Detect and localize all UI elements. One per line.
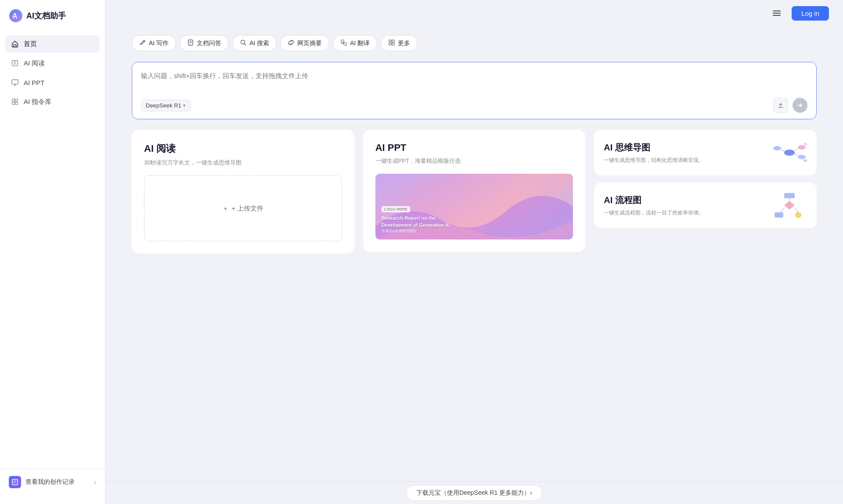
svg-line-39 — [795, 149, 798, 151]
write-icon — [139, 39, 146, 47]
svg-rect-2 — [14, 45, 16, 47]
sidebar-logo: A AI文档助手 — [0, 9, 105, 35]
sidebar-item-ai-read-label: AI 阅读 — [24, 59, 45, 68]
mindmap-content: AI 思维导图 一键生成思维导图，结构化思维清晰呈现。 — [604, 142, 704, 164]
svg-rect-14 — [12, 479, 18, 485]
svg-point-36 — [798, 145, 806, 150]
tab-web-summary-label: 网页摘要 — [297, 39, 322, 47]
footer-label: 查看我的创作记录 — [25, 478, 75, 486]
ppt-gradient-bg: LOGO HERE Research Report on theDevelopm… — [375, 174, 573, 239]
card-ai-mindmap: AI 思维导图 一键生成思维导图，结构化思维清晰呈现。 — [594, 130, 817, 175]
sidebar-item-ai-ppt[interactable]: AI PPT — [5, 74, 100, 91]
presentation-icon — [11, 78, 19, 87]
model-selector[interactable]: DeepSeek R1 ▾ — [141, 100, 191, 111]
flowchart-icon — [772, 192, 807, 218]
sidebar-footer[interactable]: 查看我的创作记录 › — [0, 468, 105, 495]
tab-ai-translate[interactable]: AI 翻译 — [333, 35, 377, 51]
svg-rect-30 — [392, 40, 394, 42]
flowchart-content: AI 流程图 一键生成流程图，流程一目了然效率倍增。 — [604, 194, 704, 217]
right-column: AI 思维导图 一键生成思维导图，结构化思维清晰呈现。 — [594, 130, 817, 228]
home-icon — [11, 39, 19, 48]
svg-line-38 — [781, 150, 784, 151]
ai-read-subtitle: 30秒读完万字长文，一键生成思维导图 — [144, 159, 342, 167]
svg-marker-45 — [784, 201, 795, 210]
send-button[interactable] — [793, 98, 807, 113]
tool-tabs: AI 写作 文档问答 — [132, 35, 817, 51]
svg-line-50 — [795, 208, 798, 212]
sidebar-item-ai-commands[interactable]: AI 指令库 — [5, 93, 100, 111]
ppt-preview-subtitle: 生成式AI发展研究报告 — [382, 229, 567, 233]
svg-rect-29 — [389, 40, 391, 42]
book-icon — [11, 59, 19, 68]
svg-point-37 — [798, 155, 806, 159]
svg-rect-12 — [12, 102, 14, 104]
upload-area[interactable]: ＋ + 上传文件 — [144, 175, 342, 241]
card-ai-flowchart: AI 流程图 一键生成流程图，流程一目了然效率倍增。 — [594, 182, 817, 228]
footer-arrow: › — [94, 479, 96, 486]
tab-ai-translate-label: AI 翻译 — [350, 39, 370, 47]
ai-ppt-title: AI PPT — [375, 142, 573, 154]
sidebar-nav: 首页 AI 阅读 AI PPT — [0, 35, 105, 468]
svg-rect-11 — [15, 99, 18, 101]
svg-rect-13 — [15, 102, 18, 104]
svg-rect-25 — [341, 40, 344, 43]
sidebar-item-ai-ppt-label: AI PPT — [24, 79, 45, 86]
upload-button[interactable] — [773, 98, 788, 113]
ai-read-title: AI 阅读 — [144, 142, 342, 155]
more-icon — [388, 39, 395, 47]
flowchart-icon-container — [772, 192, 807, 218]
svg-point-41 — [803, 143, 807, 145]
flowchart-title: AI 流程图 — [604, 194, 704, 206]
tab-ai-search-label: AI 搜索 — [249, 39, 269, 47]
app-title: AI文档助手 — [26, 11, 66, 21]
download-yuanbao-button[interactable]: 下载元宝（使用DeepSeek R1 更多能力）› — [406, 485, 542, 501]
svg-point-43 — [803, 159, 807, 162]
translate-icon — [340, 39, 347, 47]
ppt-preview[interactable]: LOGO HERE Research Report on theDevelopm… — [375, 174, 573, 239]
flowchart-desc: 一键生成流程图，流程一目了然效率倍增。 — [604, 209, 704, 217]
svg-rect-32 — [392, 43, 394, 45]
svg-rect-46 — [775, 212, 783, 218]
ppt-preview-title: Research Report on theDevelopment of Gen… — [382, 215, 567, 229]
menu-button[interactable] — [769, 5, 785, 21]
card-ai-read: AI 阅读 30秒读完万字长文，一键生成思维导图 ＋ + 上传文件 — [132, 130, 354, 254]
sidebar-item-ai-commands-label: AI 指令库 — [24, 98, 51, 106]
tab-ai-write[interactable]: AI 写作 — [132, 35, 176, 51]
tab-web-summary[interactable]: 网页摘要 — [280, 35, 329, 51]
tab-doc-qa[interactable]: 文档问答 — [180, 35, 229, 51]
svg-rect-26 — [344, 43, 346, 45]
mindmap-desc: 一键生成思维导图，结构化思维清晰呈现。 — [604, 156, 704, 164]
svg-rect-10 — [12, 99, 14, 101]
login-button[interactable]: Log in — [792, 6, 829, 21]
svg-rect-7 — [12, 80, 18, 84]
model-label: DeepSeek R1 — [146, 102, 181, 109]
tab-ai-search[interactable]: AI 搜索 — [232, 35, 277, 51]
upload-area-label: + 上传文件 — [231, 204, 263, 213]
sidebar-item-home-label: 首页 — [24, 40, 37, 48]
search-actions — [773, 98, 807, 113]
svg-rect-31 — [389, 43, 391, 45]
mindmap-title: AI 思维导图 — [604, 142, 704, 154]
feature-grid: AI 阅读 30秒读完万字长文，一键生成思维导图 ＋ + 上传文件 AI PPT… — [132, 130, 817, 254]
link-icon — [288, 39, 295, 47]
bottom-bar: 下载元宝（使用DeepSeek R1 更多能力）› — [105, 481, 843, 504]
grid-icon — [11, 97, 19, 106]
main-content: Log in AI 写作 — [105, 0, 843, 504]
svg-line-49 — [780, 208, 784, 212]
footer-left: 查看我的创作记录 — [9, 476, 75, 488]
ai-ppt-subtitle: 一键生成PPT，海量精品模版任选 — [375, 157, 573, 165]
svg-point-34 — [784, 150, 795, 156]
app-logo-icon: A — [9, 9, 23, 23]
doc-icon — [187, 39, 194, 47]
svg-line-40 — [795, 154, 798, 156]
sidebar-item-ai-read[interactable]: AI 阅读 — [5, 54, 100, 72]
svg-line-24 — [245, 44, 246, 46]
sidebar-item-home[interactable]: 首页 — [5, 35, 100, 53]
search-input[interactable] — [141, 71, 807, 91]
search-bottom: DeepSeek R1 ▾ — [141, 98, 807, 113]
content-area: AI 写作 文档问答 — [105, 26, 843, 481]
search-box: DeepSeek R1 ▾ — [132, 62, 817, 119]
mindmap-icon-container — [772, 139, 807, 166]
tab-ai-write-label: AI 写作 — [149, 39, 169, 47]
tab-more[interactable]: 更多 — [381, 35, 418, 51]
